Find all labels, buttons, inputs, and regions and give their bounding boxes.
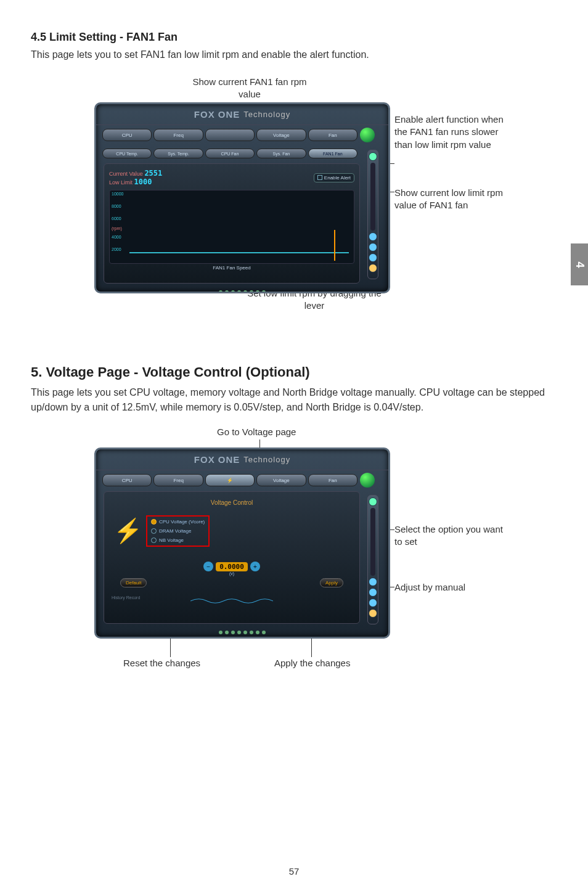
status-indicator [360, 128, 375, 142]
logo-row: FOX ONE Technology [96, 104, 388, 125]
scroll-help-icon[interactable] [369, 264, 377, 272]
lightning-icon: ⚡ [115, 512, 140, 549]
panel-title: Voltage Control [109, 497, 354, 506]
subtab-cpufan[interactable]: CPU Fan [205, 149, 255, 158]
step-up-button[interactable]: + [250, 562, 260, 571]
heading-5: 5. Voltage Page - Voltage Control (Optio… [31, 364, 557, 380]
tab-cpu[interactable]: CPU [102, 129, 152, 141]
scroll-close-icon[interactable] [369, 232, 377, 241]
checkbox-label: Enable Alert [324, 175, 351, 181]
scroll-up-icon[interactable] [369, 497, 377, 506]
scroll-gear-icon[interactable] [369, 599, 377, 607]
radio-label: NB Voltage [159, 537, 184, 543]
app-window-voltage: 2870.0205| 11.0 1.24VoltFan 45°CTempera … [94, 448, 390, 639]
tabs-row: CPU Freq ⚡ Voltage Fan [96, 470, 388, 490]
tab-freq[interactable]: Freq [153, 474, 203, 486]
logo-row: FOX ONE Technology [96, 449, 388, 470]
subtab-cputemp[interactable]: CPU Temp. [102, 149, 152, 158]
gauge-sidebar: 2870.0205| 11.0 1.19VoltFan 35°CTempera … [94, 110, 101, 278]
gauge-sidebar: 2870.0205| 11.0 1.24VoltFan 45°CTempera … [94, 456, 101, 623]
radio-dram-voltage[interactable]: DRAM Voltage [151, 528, 205, 534]
scroll-gear-icon[interactable] [369, 253, 377, 262]
page-number: 57 [0, 866, 588, 877]
scroll-track[interactable] [370, 163, 375, 231]
subtab-systemp[interactable]: Sys. Temp. [153, 149, 203, 158]
chapter-tab: 4 [571, 243, 588, 285]
voltage-panel: Voltage Control ⚡ CPU Voltage (Vcore) DR… [104, 491, 360, 624]
tab-voltage-icon[interactable]: ⚡ [205, 474, 255, 486]
bottom-dots [96, 629, 388, 636]
tab-cpu[interactable]: CPU [102, 474, 152, 486]
scroll-min-icon[interactable] [369, 243, 377, 251]
scroll-track[interactable] [370, 508, 375, 576]
unit-label: (v) [109, 571, 354, 576]
callout-br: Apply the changes [274, 657, 350, 669]
app-window-fan: 2870.0205| 11.0 1.19VoltFan 35°CTempera … [94, 102, 390, 293]
checkbox-enable-alert[interactable]: Enable Alert [314, 173, 354, 182]
ytick: 2000 [112, 247, 121, 251]
voltage-value: 0.0000 [216, 562, 248, 571]
chapter-num: 4 [573, 261, 586, 268]
chart-lever[interactable] [334, 230, 335, 261]
callout-bl: Reset the changes [123, 657, 200, 669]
subtab-sysfan[interactable]: Sys. Fan [256, 149, 306, 158]
fan-chart[interactable]: 10000 8000 6000 (rpm) 4000 2000 [109, 190, 354, 264]
tab-blank[interactable] [205, 129, 255, 141]
history-record-link[interactable]: History Record [112, 595, 140, 600]
radio-label: DRAM Voltage [159, 528, 191, 534]
tabs-row: CPU Freq Voltage Fan [96, 125, 388, 145]
subtabs-row: CPU Temp. Sys. Temp. CPU Fan Sys. Fan FA… [96, 145, 388, 162]
scroll-min-icon[interactable] [369, 588, 377, 597]
chart-footer: FAN1 Fan Speed [109, 265, 354, 271]
apply-button[interactable]: Apply [320, 578, 343, 587]
manual-stepper: − 0.0000 + [109, 562, 354, 571]
tab-voltage[interactable]: Voltage [256, 129, 306, 141]
ytick: 10000 [112, 192, 123, 196]
scrollbar[interactable] [367, 495, 378, 624]
tab-fan[interactable]: Fan [308, 474, 357, 486]
bottom-dots [96, 288, 388, 293]
ytick: 8000 [112, 204, 121, 208]
scroll-close-icon[interactable] [369, 578, 377, 586]
label-low-limit: Low Limit [109, 179, 133, 186]
radio-dot-icon [151, 537, 157, 543]
callout-top: Show current FAN1 fan rpm value [188, 76, 311, 101]
callout-right2-1: Select the option you want to set [394, 523, 505, 549]
callout-top2: Go to Voltage page [217, 426, 296, 438]
voltage-options: CPU Voltage (Vcore) DRAM Voltage NB Volt… [151, 519, 205, 543]
scroll-help-icon[interactable] [369, 609, 377, 618]
options-highlight: CPU Voltage (Vcore) DRAM Voltage NB Volt… [146, 515, 210, 547]
label-current-value: Current Value [109, 171, 143, 177]
figure-voltage: Go to Voltage page Select the option you… [31, 426, 557, 672]
tab-freq[interactable]: Freq [153, 129, 203, 141]
value-current: 2551 [144, 169, 162, 178]
waveform [190, 595, 273, 607]
figure-fan1: Show current FAN1 fan rpm value Enable a… [31, 75, 557, 321]
app-logo: FOX ONE [194, 109, 240, 120]
status-indicator [360, 473, 375, 488]
value-lowlimit: 1000 [134, 178, 152, 186]
radio-label: CPU Voltage (Vcore) [159, 519, 205, 525]
subtab-fan1[interactable]: FAN1 Fan [308, 149, 357, 158]
tab-voltage[interactable]: Voltage [256, 474, 306, 486]
callout-right2: Show current low limit rpm value of FAN1… [394, 187, 524, 212]
ytick-unit: (rpm) [112, 226, 122, 231]
scroll-up-icon[interactable] [369, 152, 377, 161]
chart-line [129, 252, 349, 253]
ytick: 6000 [112, 216, 121, 221]
callout-right2-2: Adjust by manual [394, 581, 465, 594]
radio-nb-voltage[interactable]: NB Voltage [151, 537, 205, 543]
body-5: This page lets you set CPU voltage, memo… [31, 385, 557, 415]
radio-cpu-voltage[interactable]: CPU Voltage (Vcore) [151, 519, 205, 525]
tab-fan[interactable]: Fan [308, 129, 357, 141]
app-logo-sub: Technology [243, 455, 290, 464]
scrollbar[interactable] [367, 150, 378, 279]
default-button[interactable]: Default [120, 578, 147, 587]
ytick: 4000 [112, 235, 121, 239]
radio-dot-icon [151, 528, 157, 534]
callout-right1: Enable alert function when the FAN1 fan … [394, 113, 518, 151]
body-4-5: This page lets you to set FAN1 fan low l… [31, 47, 557, 62]
app-logo: FOX ONE [194, 454, 240, 465]
step-down-button[interactable]: − [203, 562, 213, 571]
checkbox-box [317, 175, 322, 180]
